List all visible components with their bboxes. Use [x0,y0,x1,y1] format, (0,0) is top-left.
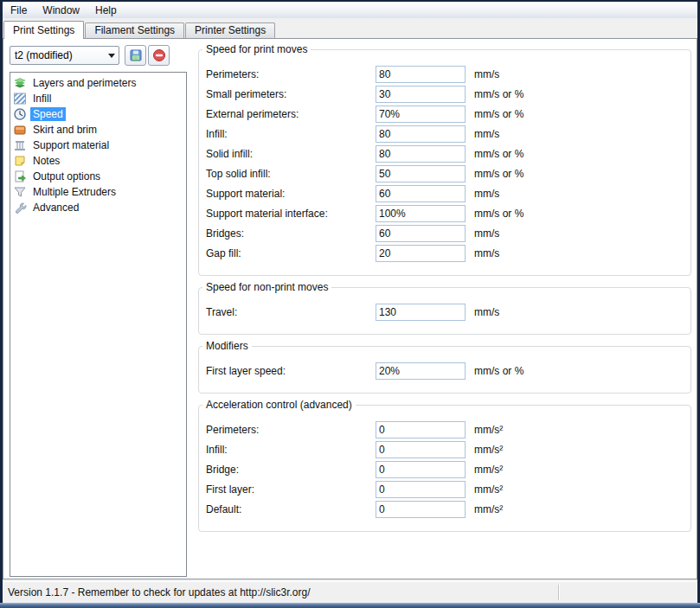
unit-label: mm/s or % [464,208,684,220]
setting-row-top-solid-infill: Top solid infill:mm/s or % [206,163,684,183]
sidebar-item-multiple-extruders[interactable]: Multiple Extruders [10,184,186,200]
notes-icon [13,154,27,168]
sidebar-item-advanced[interactable]: Advanced [10,200,186,215]
input-perimeters[interactable] [376,421,466,438]
unit-label: mm/s² [464,503,684,515]
input-bridges[interactable] [376,225,466,242]
settings-tree: Layers and perimetersInfillSpeedSkirt an… [10,72,187,577]
setting-row-perimeters: Perimeters:mm/s² [206,419,684,439]
setting-row-external-perimeters: External perimeters:mm/s or % [206,104,684,124]
input-first-layer[interactable] [376,481,466,498]
print-settings-panel: t2 (modified) Layers and perimetersInfil… [3,38,697,579]
setting-row-gap-fill: Gap fill:mm/s [206,243,684,263]
input-infill[interactable] [376,441,466,458]
input-infill[interactable] [376,125,466,143]
sidebar-item-layers-and-perimeters[interactable]: Layers and perimeters [10,75,186,91]
field-label: Gap fill: [206,247,376,259]
unit-label: mm/s or % [464,148,684,160]
field-label: Bridge: [206,464,376,476]
setting-row-support-material: Support material:mm/s [206,183,684,203]
input-external-perimeters[interactable] [376,106,466,123]
menu-window[interactable]: Window [35,2,87,18]
sidebar-item-label: Advanced [30,201,81,214]
field-label: Travel: [206,306,376,318]
section-title: Speed for non-print moves [202,281,331,293]
setting-row-bridge: Bridge:mm/s² [206,459,684,479]
setting-row-travel: Travel:mm/s [206,302,684,322]
sidebar-item-label: Infill [30,92,54,106]
field-label: First layer speed: [206,365,376,377]
unit-label: mm/s [464,306,684,318]
input-default[interactable] [376,501,466,518]
unit-label: mm/s [464,128,684,140]
section-acceleration-control-advanced: Acceleration control (advanced)Perimeter… [198,405,691,532]
setting-row-solid-infill: Solid infill:mm/s or % [206,144,684,163]
preset-dropdown[interactable]: t2 (modified) [10,46,119,65]
section-title: Speed for print moves [202,43,311,55]
infill-icon [13,92,27,106]
setting-row-support-material-interface: Support material interface:mm/s or % [206,203,684,223]
setting-row-perimeters: Perimeters:mm/s [206,64,684,84]
input-bridge[interactable] [376,461,466,478]
sidebar-item-label: Output options [30,170,103,183]
field-label: First layer: [206,483,376,496]
chevron-down-icon [105,54,119,58]
menu-file[interactable]: File [3,2,35,18]
sidebar-item-skirt-and-brim[interactable]: Skirt and brim [10,122,186,138]
section-modifiers: ModifiersFirst layer speed:mm/s or % [198,346,691,394]
sidebar-item-infill[interactable]: Infill [10,91,186,106]
tab-strip: Print SettingsFilament SettingsPrinter S… [3,19,697,38]
unit-label: mm/s or % [464,365,684,377]
save-preset-button[interactable] [125,45,146,66]
settings-main: Speed for print movesPerimeters:mm/sSmal… [198,49,691,543]
field-label: Small perimeters: [206,88,376,100]
field-label: Perimeters: [206,424,376,436]
field-label: Solid infill: [206,148,376,160]
input-top-solid-infill[interactable] [376,165,466,182]
input-first-layer-speed[interactable] [376,362,466,380]
menu-help[interactable]: Help [87,2,125,18]
output-icon [13,170,27,183]
unit-label: mm/s [464,247,684,259]
tab-filament-settings[interactable]: Filament Settings [85,22,184,38]
sidebar-item-support-material[interactable]: Support material [10,138,186,153]
unit-label: mm/s² [464,444,684,456]
sidebar-item-speed[interactable]: Speed [10,106,186,122]
setting-row-infill: Infill:mm/s [206,124,684,144]
input-gap-fill[interactable] [376,245,466,262]
unit-label: mm/s [464,68,684,80]
field-label: Support material interface: [206,208,376,220]
unit-label: mm/s or % [464,108,684,120]
unit-label: mm/s² [464,424,684,436]
delete-preset-button[interactable] [148,45,170,66]
sidebar-item-notes[interactable]: Notes [10,153,186,169]
setting-row-infill: Infill:mm/s² [206,439,684,459]
layers-icon [13,76,27,90]
input-perimeters[interactable] [376,66,466,83]
field-label: Support material: [206,188,376,200]
unit-label: mm/s [464,227,684,240]
input-small-perimeters[interactable] [376,86,466,103]
save-icon [129,48,143,62]
field-label: Top solid infill: [206,168,376,180]
input-solid-infill[interactable] [376,145,466,163]
sidebar-item-label: Multiple Extruders [30,185,119,199]
delete-icon [152,48,166,62]
unit-label: mm/s² [464,464,684,476]
unit-label: mm/s [464,188,684,200]
section-speed-for-print-moves: Speed for print movesPerimeters:mm/sSmal… [198,49,691,276]
field-label: External perimeters: [206,108,376,120]
field-label: Perimeters: [206,68,376,80]
sidebar-item-label: Support material [30,138,112,152]
tab-printer-settings[interactable]: Printer Settings [185,22,275,38]
input-travel[interactable] [376,304,466,321]
tab-print-settings[interactable]: Print Settings [3,21,84,39]
input-support-material[interactable] [376,185,466,202]
input-support-material-interface[interactable] [376,205,466,222]
skirt-icon [13,123,27,137]
unit-label: mm/s or % [464,168,684,180]
setting-row-small-perimeters: Small perimeters:mm/s or % [206,84,684,104]
sidebar-item-label: Skirt and brim [30,123,100,137]
sidebar-item-output-options[interactable]: Output options [10,169,186,184]
app-window: FileWindowHelp Print SettingsFilament Se… [0,0,700,608]
